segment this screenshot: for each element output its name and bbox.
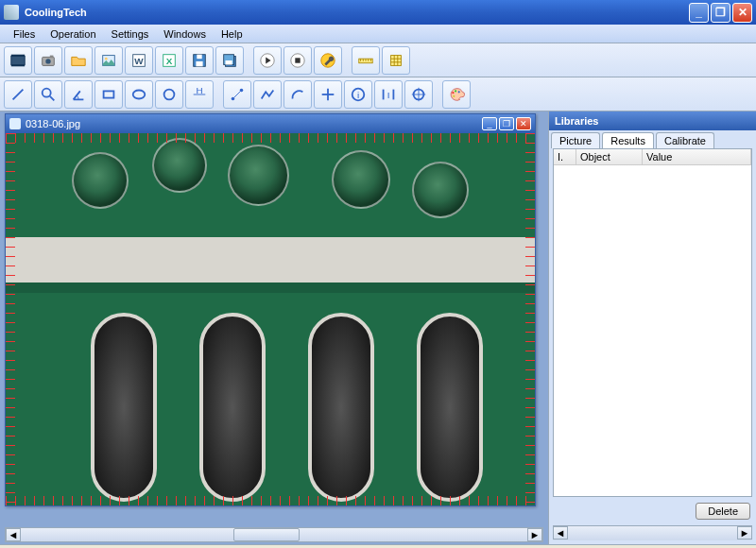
tab-results[interactable]: Results <box>602 132 654 148</box>
image-window-minimize[interactable]: _ <box>482 117 497 130</box>
svg-rect-2 <box>11 64 25 66</box>
distance-icon[interactable] <box>223 80 251 109</box>
results-list[interactable]: I. Object Value <box>553 148 752 497</box>
minimize-button[interactable]: _ <box>689 3 709 23</box>
maximize-button[interactable]: ❐ <box>711 3 730 23</box>
libraries-panel: Libraries Picture Results Calibrate I. O… <box>548 111 756 544</box>
ruler-h-icon[interactable] <box>352 46 380 75</box>
svg-rect-27 <box>104 91 114 97</box>
image-window-title: 0318-06.jpg <box>26 118 80 129</box>
lib-scroll-right[interactable]: ► <box>737 526 752 539</box>
ruler-top <box>6 133 535 143</box>
svg-point-48 <box>453 94 455 96</box>
ruler-grid-icon[interactable] <box>382 46 410 75</box>
ruler-left <box>6 133 15 505</box>
menu-help[interactable]: Help <box>214 26 250 42</box>
menu-operation[interactable]: Operation <box>43 26 103 42</box>
svg-rect-1 <box>11 54 25 56</box>
col-object[interactable]: Object <box>576 149 643 164</box>
scroll-left-button[interactable]: ◄ <box>6 528 21 541</box>
ruler-bottom <box>6 496 535 505</box>
svg-line-24 <box>13 89 24 99</box>
image-window: 0318-06.jpg _ ❐ ✕ <box>5 113 536 506</box>
svg-point-47 <box>458 91 460 93</box>
svg-point-4 <box>45 59 50 63</box>
image-window-close[interactable]: ✕ <box>516 117 531 130</box>
save-icon[interactable] <box>185 46 214 75</box>
h-measure-icon[interactable]: H <box>185 80 214 109</box>
tab-picture[interactable]: Picture <box>551 132 600 148</box>
image-canvas[interactable] <box>6 133 535 505</box>
svg-rect-0 <box>11 56 25 64</box>
palette-icon[interactable] <box>442 80 471 109</box>
ellipse-tool-icon[interactable] <box>125 80 153 109</box>
menu-files[interactable]: Files <box>6 26 43 42</box>
cross-icon[interactable] <box>314 80 342 109</box>
angle-tool-icon[interactable] <box>64 80 93 109</box>
workspace-hscrollbar[interactable]: ◄ ► <box>5 527 543 542</box>
svg-rect-14 <box>197 54 201 59</box>
menubar: Files Operation Settings Windows Help <box>0 25 756 43</box>
image-icon[interactable] <box>94 46 123 75</box>
svg-rect-13 <box>196 60 202 65</box>
svg-text:i: i <box>357 89 359 99</box>
film-icon[interactable] <box>4 46 32 75</box>
libraries-tabs: Picture Results Calibrate <box>549 130 756 148</box>
svg-text:H: H <box>196 86 202 95</box>
svg-point-46 <box>455 90 456 92</box>
toolbar-main: W X <box>0 43 756 77</box>
tab-calibrate[interactable]: Calibrate <box>656 132 714 148</box>
menu-windows[interactable]: Windows <box>156 26 214 42</box>
libraries-title: Libraries <box>549 111 756 130</box>
libraries-hscrollbar[interactable]: ◄ ► <box>553 525 752 540</box>
arc-icon[interactable] <box>284 80 312 109</box>
app-icon <box>4 5 19 20</box>
col-index[interactable]: I. <box>554 149 576 164</box>
svg-rect-20 <box>295 58 300 62</box>
scroll-right-button[interactable]: ► <box>527 528 542 541</box>
svg-line-34 <box>233 91 240 97</box>
camera-icon[interactable] <box>34 46 62 75</box>
line-tool-icon[interactable] <box>4 80 32 109</box>
svg-point-29 <box>164 89 175 99</box>
scroll-thumb[interactable] <box>233 528 300 541</box>
results-header: I. Object Value <box>554 149 751 165</box>
workspace: 0318-06.jpg _ ❐ ✕ <box>0 111 548 544</box>
image-window-maximize[interactable]: ❐ <box>499 117 514 130</box>
close-button[interactable]: ✕ <box>732 3 752 23</box>
app-title: CoolingTech <box>25 7 87 18</box>
image-window-titlebar[interactable]: 0318-06.jpg _ ❐ ✕ <box>6 114 535 133</box>
svg-text:I: I <box>387 89 390 99</box>
svg-point-7 <box>105 57 108 60</box>
circle-tool-icon[interactable] <box>155 80 183 109</box>
image-window-icon <box>9 118 21 129</box>
svg-rect-23 <box>391 55 402 65</box>
word-export-icon[interactable]: W <box>125 46 153 75</box>
wrench-icon[interactable] <box>314 46 342 75</box>
svg-text:X: X <box>166 55 173 65</box>
delete-button[interactable]: Delete <box>696 503 750 520</box>
stop-icon[interactable] <box>284 46 312 75</box>
svg-line-26 <box>50 95 55 100</box>
menu-settings[interactable]: Settings <box>104 26 157 42</box>
svg-rect-5 <box>50 55 54 58</box>
ruler-right <box>525 133 535 505</box>
polyline-icon[interactable] <box>253 80 282 109</box>
lib-scroll-left[interactable]: ◄ <box>553 526 568 539</box>
crosshair-icon[interactable] <box>404 80 433 109</box>
color-palette <box>0 544 756 548</box>
excel-export-icon[interactable]: X <box>155 46 183 75</box>
save-as-icon[interactable] <box>215 46 244 75</box>
folder-open-icon[interactable] <box>64 46 93 75</box>
info-icon[interactable]: i <box>344 80 372 109</box>
play-icon[interactable] <box>253 46 282 75</box>
rect-tool-icon[interactable] <box>94 80 123 109</box>
col-value[interactable]: Value <box>643 149 751 164</box>
svg-text:W: W <box>134 55 144 65</box>
zoom-tool-icon[interactable] <box>34 80 62 109</box>
svg-point-25 <box>43 88 51 96</box>
toolbar-measure: H i I <box>0 77 756 111</box>
main-titlebar: CoolingTech _ ❐ ✕ <box>0 0 756 25</box>
text-width-icon[interactable]: I <box>374 80 403 109</box>
svg-point-45 <box>452 92 454 94</box>
